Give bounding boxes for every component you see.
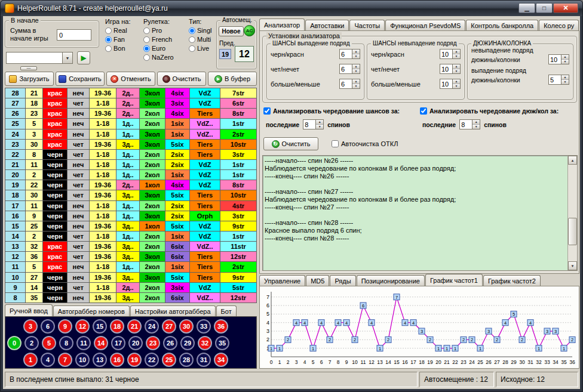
pad-number-5[interactable]: 5 (42, 336, 56, 350)
table-cell[interactable]: 18 (5, 190, 26, 200)
table-cell[interactable]: 1д.. (116, 160, 140, 170)
table-cell[interactable]: 2str (220, 129, 257, 140)
scroll-thumb[interactable] (568, 218, 577, 245)
right-tab-5[interactable]: Контроль банкролла (466, 20, 538, 30)
table-cell[interactable]: 9str (220, 221, 257, 232)
table-cell[interactable]: 19-36 (90, 242, 116, 252)
table-cell[interactable]: 1-18 (90, 150, 116, 160)
table-cell[interactable]: 17 (5, 201, 26, 211)
table-cell[interactable]: 1-18 (90, 119, 116, 129)
table-cell[interactable]: черн (43, 221, 67, 232)
table-cell[interactable]: 2кол (140, 150, 165, 160)
table-cell[interactable]: черн (43, 273, 67, 283)
type-radio-multi[interactable] (189, 36, 195, 43)
bottom-tab-6[interactable]: График частот2 (483, 275, 541, 286)
table-cell[interactable]: 27 (5, 98, 26, 109)
table-cell[interactable]: чет (67, 180, 90, 190)
new-button[interactable]: Новое (219, 26, 244, 36)
group0-row2-spinner-up-icon[interactable]: ▲ (352, 79, 360, 84)
pad-number-30[interactable]: 30 (179, 319, 194, 334)
pad-number-22[interactable]: 22 (145, 353, 159, 367)
table-cell[interactable]: чет (67, 140, 90, 150)
table-cell[interactable]: 2six (165, 150, 190, 160)
maximize-button[interactable]: □ (536, 3, 553, 13)
toolbar-button-5[interactable]: ▸В буфер (208, 72, 257, 86)
pad-number-33[interactable]: 33 (197, 319, 211, 334)
type-option-multi[interactable]: Multi (189, 35, 211, 44)
autoclean-checkbox[interactable] (332, 140, 339, 147)
table-cell[interactable]: 28 (5, 88, 26, 98)
alt-dozens-spinner-down-icon[interactable]: ▼ (472, 125, 480, 129)
table-cell[interactable]: 3 (26, 129, 43, 140)
table-cell[interactable]: 19-36 (90, 293, 116, 303)
dozen-miss-spinner-up-icon[interactable]: ▲ (561, 55, 569, 60)
table-cell[interactable]: 2six (165, 211, 190, 221)
minimize-button[interactable]: ▁ (518, 3, 535, 13)
toolbar-button-4[interactable]: ○Очистить (157, 72, 206, 86)
table-cell[interactable]: 35 (26, 293, 43, 303)
pad-number-34[interactable]: 34 (214, 353, 228, 367)
table-cell[interactable]: 1-18 (90, 211, 116, 221)
group1-row1-spinner-input[interactable] (440, 64, 452, 73)
table-cell[interactable]: 5six (165, 273, 190, 283)
table-cell[interactable]: черн (43, 180, 67, 190)
table-cell[interactable]: 2д.. (116, 88, 140, 98)
table-cell[interactable]: 1str (220, 170, 257, 180)
table-cell[interactable]: 8str (220, 180, 257, 190)
table-cell[interactable]: крас (43, 88, 67, 98)
table-cell[interactable]: неч (67, 221, 90, 232)
table-cell[interactable]: 18 (26, 98, 43, 109)
table-cell[interactable]: 3д.. (116, 221, 140, 232)
roulette-option-french[interactable]: French (143, 35, 174, 44)
table-cell[interactable]: чет (67, 98, 90, 109)
table-cell[interactable]: VdZ (190, 221, 220, 232)
table-cell[interactable]: 30 (26, 140, 43, 150)
group0-row1-spinner-input[interactable] (340, 64, 352, 73)
group0-row1-spinner-down-icon[interactable]: ▼ (352, 69, 360, 73)
table-cell[interactable]: 19-36 (90, 140, 116, 150)
table-cell[interactable]: 19-36 (90, 190, 116, 200)
dozen-miss-spinner-input[interactable] (549, 55, 561, 64)
pad-number-6[interactable]: 6 (41, 319, 55, 334)
table-cell[interactable]: 1д.. (116, 201, 140, 211)
table-cell[interactable]: 8 (5, 293, 26, 303)
table-cell[interactable]: 19-36 (90, 109, 116, 119)
table-cell[interactable]: 2кол (140, 283, 165, 293)
table-cell[interactable]: 2кол (140, 201, 165, 211)
table-cell[interactable]: 23 (5, 140, 26, 150)
table-cell[interactable]: 5six (165, 190, 190, 200)
table-cell[interactable]: крас (43, 242, 67, 252)
toolbar-button-2[interactable]: Сохранить (56, 72, 105, 86)
table-cell[interactable]: 3д.. (116, 252, 140, 262)
table-cell[interactable]: 36 (26, 252, 43, 262)
table-cell[interactable]: 10str (220, 190, 257, 200)
table-cell[interactable]: 1str (220, 232, 257, 242)
pad-number-24[interactable]: 24 (145, 319, 159, 334)
table-cell[interactable]: 1-18 (90, 283, 116, 293)
table-cell[interactable]: 2six (165, 160, 190, 170)
table-cell[interactable]: 14 (5, 232, 26, 242)
table-cell[interactable]: 1-18 (90, 262, 116, 272)
pad-number-7[interactable]: 7 (58, 353, 72, 367)
group0-row0-spinner-down-icon[interactable]: ▼ (352, 54, 360, 58)
pad-number-26[interactable]: 26 (163, 336, 177, 350)
left-tab-4[interactable]: Бот (216, 305, 237, 316)
collapse-button[interactable]: — (20, 66, 37, 70)
table-cell[interactable]: 1six (165, 119, 190, 129)
left-tab-3[interactable]: Настройки автограббера (130, 305, 216, 316)
table-cell[interactable]: 12 (5, 252, 26, 262)
table-cell[interactable]: 19-36 (90, 180, 116, 190)
type-radio-singl[interactable] (189, 27, 195, 34)
table-cell[interactable]: 21 (26, 88, 43, 98)
pad-number-13[interactable]: 13 (93, 353, 107, 367)
table-cell[interactable]: 12str (220, 293, 257, 303)
pad-number-0[interactable]: 0 (7, 336, 22, 350)
table-cell[interactable]: 1six (165, 170, 190, 180)
table-cell[interactable]: неч (67, 129, 90, 140)
pad-number-35[interactable]: 35 (215, 336, 229, 350)
log-scrollbar[interactable]: ▲ ▼ (567, 156, 577, 270)
table-cell[interactable]: 3д.. (116, 273, 140, 283)
table-cell[interactable]: VdZ (190, 180, 220, 190)
table-cell[interactable]: неч (67, 211, 90, 221)
table-cell[interactable]: 30 (26, 190, 43, 200)
